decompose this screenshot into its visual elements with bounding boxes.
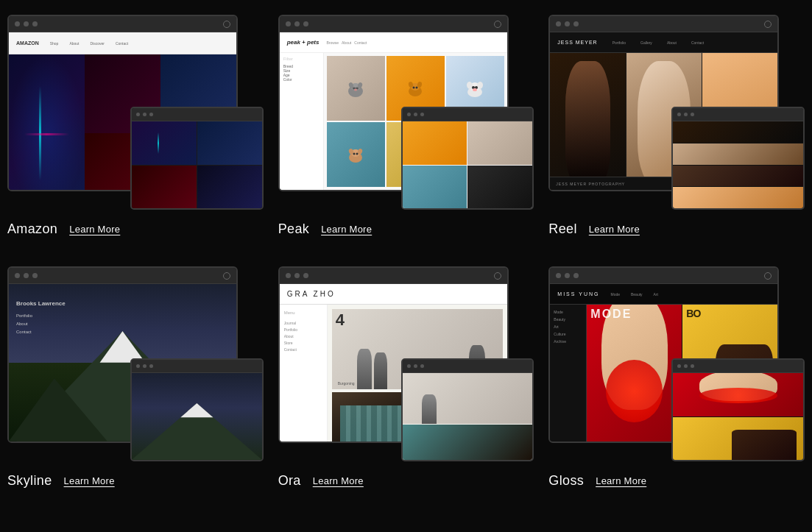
reel-header: JESS MEYER Portfolio Gallery About Conta… [550,32,777,53]
amazon-nav-2: About [69,41,79,46]
card-peak-footer: Peak Learn More [278,219,534,237]
tablet-dot-2 [684,364,688,368]
titlebar-icon [764,21,772,28]
ora-hero-caption: Burgoning [338,381,355,386]
gloss-nav-3: Art [654,292,658,297]
ora-sidebar: Menu Journal Portfolio About Store Conta… [280,305,328,441]
peak-sidebar: Filter Breed Size Age Color [280,53,324,190]
card-skyline-title: Skyline [7,473,52,489]
tablet-mockup-ora [401,358,534,461]
reel-nav-1: Portfolio [612,40,626,45]
titlebar-icon [764,272,772,280]
gloss-nav-2: Beauty [631,292,643,297]
tablet-titlebar-reel [673,108,803,121]
dot-2 [24,273,29,278]
dot-3 [303,273,308,278]
tablet-dot-3 [420,113,424,116]
svg-point-19 [473,88,477,91]
dot-3 [303,21,308,26]
skyline-sidebar-text: Brooks Lawrence Portfolio About Contact [16,299,66,336]
amazon-cell-1 [9,54,85,190]
card-reel-footer: Reel Learn More [548,219,805,237]
reel-logo: JESS MEYER [557,40,597,45]
peak-nav: Browse About Contact [326,40,367,45]
dot-2 [24,21,29,26]
tablet-dot-2 [684,113,688,116]
titlebar-icon [223,272,230,280]
dot-1 [556,21,561,26]
dot-1 [15,21,20,26]
tablet-dot-1 [407,113,411,116]
svg-point-24 [353,152,356,155]
gloss-image-1: MODE [587,305,682,441]
tablet-dot-2 [143,364,146,368]
reel-learn-more-button[interactable]: Learn More [589,224,640,235]
dot-3 [32,273,38,278]
dot-3 [573,21,579,26]
card-gloss-preview: MISS YUNG Mode Beauty Art Mode Beauty Ar… [548,266,805,461]
tablet-content-amazon [132,121,262,208]
reel-photo-1 [550,53,625,190]
card-peak-preview: peak + pets Browse About Contact Filter … [278,15,534,210]
tablet-content-peak [403,121,533,208]
tablet-titlebar-amazon [132,108,262,121]
peak-header: peak + pets Browse About Contact [280,32,507,53]
card-ora-title: Ora [278,473,301,489]
titlebar-skyline [9,268,236,284]
ora-header: GRA ZHO [280,284,507,305]
card-ora: GRA ZHO Menu Journal Portfolio About Sto… [278,266,534,489]
amazon-learn-more-button[interactable]: Learn More [69,224,120,235]
dot-2 [294,21,300,26]
gloss-header: MISS YUNG Mode Beauty Art [550,284,777,305]
tablet-titlebar-gloss [673,360,803,373]
card-amazon: AMAZON Shop About Discover Contact [7,15,264,237]
tablet-dot-1 [407,364,411,368]
amazon-logo: AMAZON [16,40,39,46]
gloss-bo-text: BO [686,309,700,319]
card-ora-preview: GRA ZHO Menu Journal Portfolio About Sto… [278,266,534,461]
card-reel-title: Reel [548,221,576,237]
card-ora-footer: Ora Learn More [278,470,534,489]
dot-2 [294,273,300,278]
tablet-mockup-gloss [671,358,805,461]
tablet-content-reel [673,121,803,208]
peak-logo: peak + pets [287,39,319,46]
tablet-dot-3 [149,364,153,368]
card-amazon-preview: AMAZON Shop About Discover Contact [7,15,264,210]
gloss-nav-1: Mode [610,292,620,297]
titlebar-peak [280,16,507,32]
card-amazon-footer: Amazon Learn More [7,219,264,237]
gloss-learn-more-button[interactable]: Learn More [596,475,646,486]
tablet-dot-2 [414,113,417,116]
tablet-mockup-peak [401,107,534,210]
card-skyline-footer: Skyline Learn More [7,470,264,489]
svg-marker-43 [180,403,213,417]
titlebar-reel [550,16,777,32]
svg-point-25 [356,152,359,155]
skyline-learn-more-button[interactable]: Learn More [64,475,115,486]
tablet-dot-1 [677,364,681,368]
ora-learn-more-button[interactable]: Learn More [313,475,364,486]
dot-1 [15,273,20,278]
peak-learn-more-button[interactable]: Learn More [321,224,372,235]
card-peak: peak + pets Browse About Contact Filter … [278,15,534,237]
tablet-dot-3 [420,364,424,368]
tablet-mockup-skyline [130,358,264,461]
tablet-content-skyline [132,373,262,460]
tablet-titlebar-ora [403,360,533,373]
amazon-nav-1: Shop [50,41,59,46]
tablet-dot-2 [414,364,417,368]
reel-footer-text: JESS MEYER PHOTOGRAPHY [556,182,625,186]
dot-3 [573,273,579,278]
titlebar-gloss [550,268,777,284]
dog-photo-1 [327,56,385,121]
titlebar-icon [494,272,501,280]
svg-point-12 [416,86,418,88]
card-gloss: MISS YUNG Mode Beauty Art Mode Beauty Ar… [548,266,805,489]
reel-nav-2: Gallery [640,40,652,45]
tablet-dot-1 [136,364,140,368]
amazon-nav-4: Contact [116,41,128,46]
tablet-dot-2 [143,113,146,116]
titlebar-amazon [9,16,236,32]
dot-1 [286,273,291,278]
